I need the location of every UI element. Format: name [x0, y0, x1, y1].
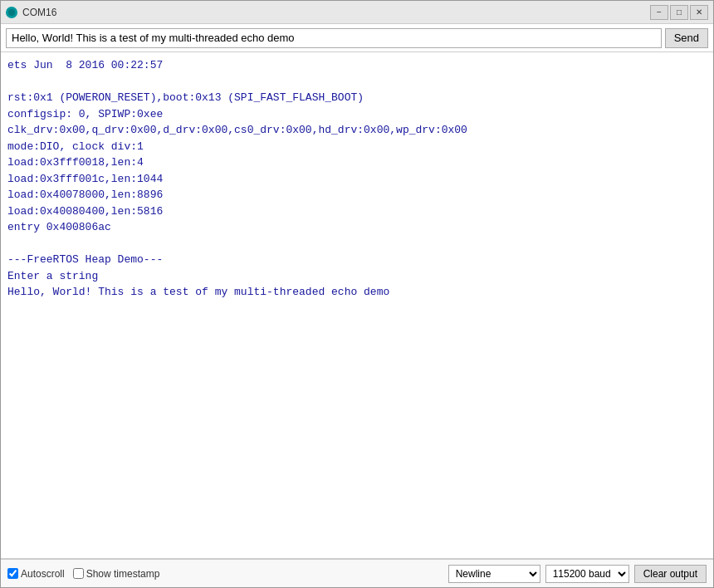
title-bar-left: COM16: [6, 7, 56, 18]
main-window: COM16 − □ ✕ Send ets Jun 8 2016 00:22:57…: [0, 0, 714, 588]
serial-input[interactable]: [6, 28, 662, 48]
show-timestamp-label[interactable]: Show timestamp: [73, 568, 160, 580]
toolbar: Send: [1, 24, 713, 52]
status-bar: Autoscroll Show timestamp NewlineNo line…: [1, 559, 713, 587]
window-title: COM16: [22, 7, 56, 18]
output-area: ets Jun 8 2016 00:22:57 rst:0x1 (POWERON…: [1, 52, 713, 559]
clear-output-button[interactable]: Clear output: [634, 565, 707, 583]
newline-dropdown[interactable]: NewlineNo line endingCarriage returnBoth…: [448, 565, 540, 583]
arduino-icon: [6, 7, 17, 18]
title-bar: COM16 − □ ✕: [1, 1, 713, 24]
status-right: NewlineNo line endingCarriage returnBoth…: [448, 565, 707, 583]
show-timestamp-text: Show timestamp: [86, 568, 160, 580]
maximize-button[interactable]: □: [670, 5, 688, 20]
autoscroll-checkbox[interactable]: [7, 568, 18, 579]
autoscroll-text: Autoscroll: [21, 568, 65, 580]
autoscroll-label[interactable]: Autoscroll: [7, 568, 65, 580]
minimize-button[interactable]: −: [650, 5, 668, 20]
output-text: ets Jun 8 2016 00:22:57 rst:0x1 (POWERON…: [7, 57, 707, 301]
window-controls: − □ ✕: [650, 5, 708, 20]
status-left: Autoscroll Show timestamp: [7, 568, 438, 580]
send-button[interactable]: Send: [665, 28, 708, 48]
show-timestamp-checkbox[interactable]: [73, 568, 84, 579]
baud-dropdown[interactable]: 300 baud1200 baud2400 baud4800 baud9600 …: [545, 565, 629, 583]
close-button[interactable]: ✕: [690, 5, 708, 20]
